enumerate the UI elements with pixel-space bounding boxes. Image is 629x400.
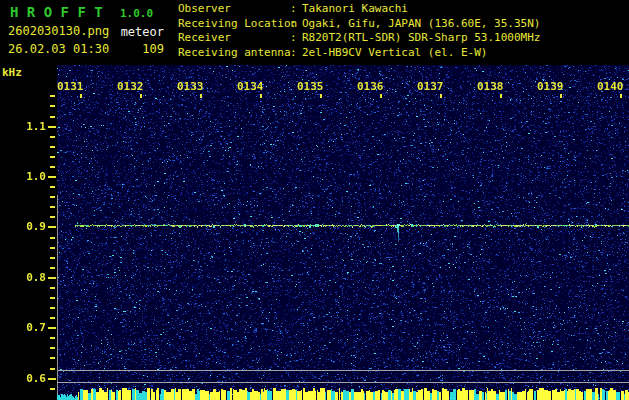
info-value: Takanori Kawachi — [302, 2, 408, 17]
station-info-row: Receiver:R820T2(RTL-SDR) SDR-Sharp 53.10… — [178, 31, 540, 46]
freq-minor-tick — [50, 206, 55, 208]
freq-minor-tick — [50, 216, 55, 218]
spectrogram-canvas — [57, 65, 629, 400]
freq-tick-label: 1.0 — [16, 170, 46, 183]
freq-minor-tick — [50, 146, 55, 148]
freq-minor-tick — [50, 105, 55, 107]
freq-minor-tick — [50, 95, 55, 97]
freq-minor-tick — [50, 347, 55, 349]
app-title: H R O F F T — [10, 4, 103, 20]
freq-minor-tick — [50, 156, 55, 158]
freq-minor-tick — [50, 237, 55, 239]
echo-count: 109 — [118, 42, 164, 56]
time-tick — [80, 94, 82, 98]
datetime-label: 26.02.03 01:30 — [8, 42, 109, 56]
info-value: 2el-HB9CV Vertical (el. E-W) — [302, 46, 487, 61]
info-colon: : — [290, 17, 302, 32]
freq-unit-label: kHz — [2, 66, 22, 79]
freq-major-tick — [48, 277, 56, 279]
info-label: Observer — [178, 2, 290, 17]
freq-minor-tick — [50, 166, 55, 168]
info-colon: : — [290, 31, 302, 46]
time-tick — [560, 94, 562, 98]
freq-minor-tick — [50, 388, 55, 390]
station-info-block: Observer:Takanori KawachiReceiving Locat… — [178, 2, 540, 60]
app-version: 1.0.0 — [120, 7, 153, 20]
freq-minor-tick — [50, 247, 55, 249]
info-colon: : — [290, 2, 302, 17]
freq-major-tick — [48, 378, 56, 380]
freq-minor-tick — [50, 297, 55, 299]
freq-minor-tick — [50, 307, 55, 309]
freq-tick-label: 0.6 — [16, 372, 46, 385]
mode-label: meteor — [118, 25, 164, 39]
station-info-row: Receiving antenna:2el-HB9CV Vertical (el… — [178, 46, 540, 61]
freq-major-tick — [48, 327, 56, 329]
freq-minor-tick — [50, 317, 55, 319]
time-tick — [440, 94, 442, 98]
time-tick — [620, 94, 622, 98]
freq-major-tick — [48, 126, 56, 128]
freq-tick-label: 0.7 — [16, 321, 46, 334]
time-tick-label: 0134 — [237, 80, 264, 93]
time-tick — [500, 94, 502, 98]
info-value: Ogaki, Gifu, JAPAN (136.60E, 35.35N) — [302, 17, 540, 32]
time-tick-label: 0131 — [57, 80, 84, 93]
station-info-row: Receiving Location:Ogaki, Gifu, JAPAN (1… — [178, 17, 540, 32]
info-label: Receiving Location — [178, 17, 290, 32]
freq-minor-tick — [50, 267, 55, 269]
time-tick-label: 0140 — [597, 80, 624, 93]
freq-minor-tick — [50, 287, 55, 289]
time-tick-label: 0135 — [297, 80, 324, 93]
time-tick-label: 0136 — [357, 80, 384, 93]
freq-minor-tick — [50, 196, 55, 198]
freq-minor-tick — [50, 368, 55, 370]
time-tick — [200, 94, 202, 98]
hrofft-screen: H R O F F T 1.0.0 2602030130.png meteor … — [0, 0, 629, 400]
freq-minor-tick — [50, 186, 55, 188]
freq-tick-label: 0.8 — [16, 271, 46, 284]
time-tick-label: 0138 — [477, 80, 504, 93]
time-tick-label: 0139 — [537, 80, 564, 93]
freq-minor-tick — [50, 257, 55, 259]
time-tick-label: 0137 — [417, 80, 444, 93]
info-value: R820T2(RTL-SDR) SDR-Sharp 53.1000MHz — [302, 31, 540, 46]
freq-minor-tick — [50, 337, 55, 339]
freq-minor-tick — [50, 357, 55, 359]
info-label: Receiving antenna — [178, 46, 290, 61]
info-colon: : — [290, 46, 302, 61]
freq-major-tick — [48, 226, 56, 228]
station-info-row: Observer:Takanori Kawachi — [178, 2, 540, 17]
time-tick — [320, 94, 322, 98]
time-tick — [380, 94, 382, 98]
freq-minor-tick — [50, 136, 55, 138]
time-tick — [260, 94, 262, 98]
freq-tick-label: 1.1 — [16, 120, 46, 133]
time-tick-label: 0133 — [177, 80, 204, 93]
time-tick — [140, 94, 142, 98]
time-tick-label: 0132 — [117, 80, 144, 93]
freq-minor-tick — [50, 116, 55, 118]
freq-tick-label: 0.9 — [16, 220, 46, 233]
info-label: Receiver — [178, 31, 290, 46]
filename-label: 2602030130.png — [8, 24, 109, 38]
freq-major-tick — [48, 176, 56, 178]
